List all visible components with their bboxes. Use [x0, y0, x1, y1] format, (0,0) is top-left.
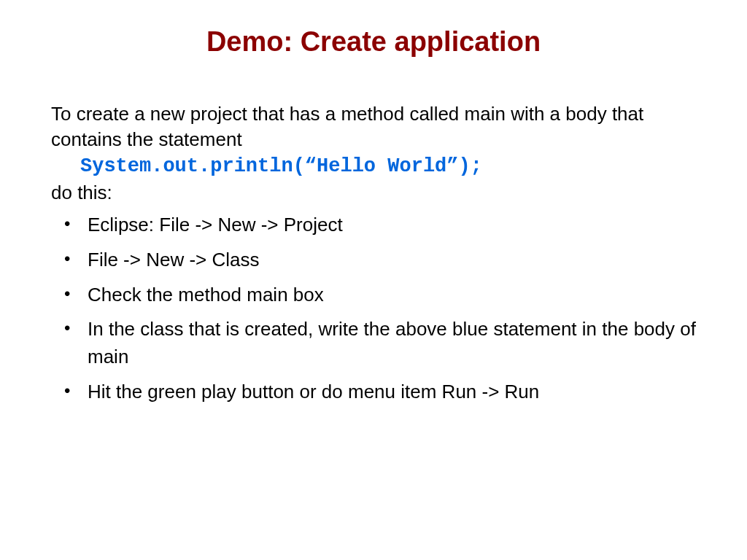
list-item: Check the method main box: [51, 281, 696, 309]
list-item: In the class that is created, write the …: [51, 316, 696, 370]
list-item: File -> New -> Class: [51, 246, 696, 274]
instruction-list: Eclipse: File -> New -> Project File -> …: [51, 211, 696, 405]
slide-title: Demo: Create application: [51, 26, 696, 58]
list-item: Eclipse: File -> New -> Project: [51, 211, 696, 239]
list-item: Hit the green play button or do menu ite…: [51, 378, 696, 406]
code-statement: System.out.println(“Hello World”);: [51, 155, 696, 177]
do-this-label: do this:: [51, 182, 696, 204]
intro-paragraph: To create a new project that has a metho…: [51, 101, 696, 152]
